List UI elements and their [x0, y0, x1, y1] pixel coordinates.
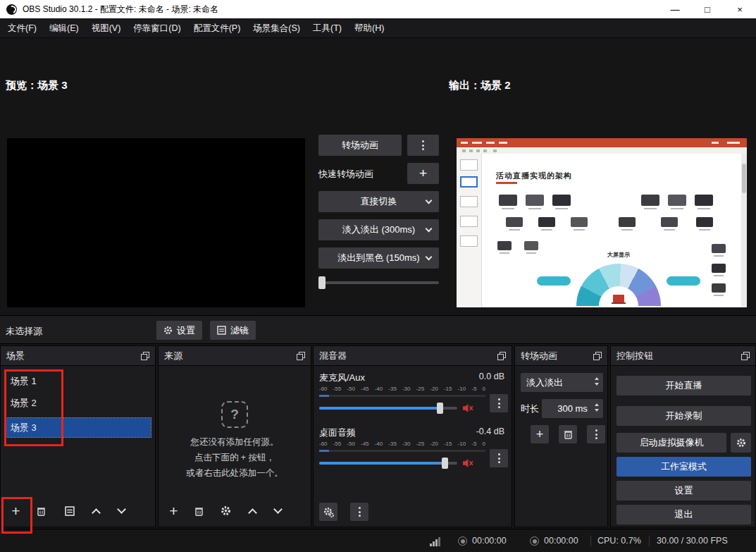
menu-item[interactable]: 文件(F)	[1, 18, 43, 38]
volume-slider[interactable]	[319, 403, 457, 414]
transition-menu-button[interactable]	[587, 425, 605, 443]
meter-tick: -15	[444, 386, 452, 392]
source-properties-button[interactable]: 设置	[156, 321, 202, 340]
minimize-button[interactable]: —	[659, 0, 691, 18]
chevron-down-icon	[117, 505, 126, 514]
move-source-up-button[interactable]	[243, 501, 262, 520]
popout-icon[interactable]	[593, 352, 602, 360]
studio-mode-button[interactable]: 工作室模式	[616, 457, 751, 477]
meter-tick: -35	[388, 386, 397, 392]
exit-button[interactable]: 退出	[616, 505, 751, 525]
settings-button[interactable]: 设置	[616, 481, 751, 501]
tbar-slider[interactable]	[318, 276, 439, 289]
advanced-audio-button[interactable]	[319, 503, 337, 521]
add-source-button[interactable]: +	[164, 501, 183, 520]
output-canvas[interactable]: 活动直播实现的架构 大屏显示	[457, 138, 747, 307]
popout-icon[interactable]	[497, 352, 506, 360]
channel-menu-button[interactable]	[490, 394, 508, 412]
meter-tick: -55	[333, 441, 342, 447]
empty-source-icon: ?	[221, 401, 248, 428]
mute-button[interactable]	[463, 458, 476, 469]
statusbar-separator	[649, 536, 650, 546]
meter-tick: -35	[388, 441, 397, 447]
transition-select-value: 淡入淡出	[526, 376, 563, 389]
maximize-button[interactable]: □	[691, 0, 724, 18]
move-scene-down-button[interactable]	[112, 501, 131, 520]
transition-select[interactable]: 淡入淡出	[521, 373, 603, 392]
transition-button[interactable]: 转场动画	[318, 135, 402, 156]
move-source-down-button[interactable]	[268, 501, 287, 520]
quick-transition-fade-to-black[interactable]: 淡出到黑色 (150ms)	[318, 247, 439, 269]
channel-level: 0.0 dB	[479, 372, 504, 381]
meter-tick: -40	[375, 386, 383, 392]
menu-item[interactable]: 场景集合(S)	[247, 18, 306, 38]
remove-transition-button[interactable]	[559, 425, 577, 443]
mixer-dock-header: 混音器	[314, 346, 512, 366]
meter-scale: -60-55-50-45-40-35-30-25-20-15-10-50	[319, 441, 485, 447]
mixer-menu-button[interactable]	[350, 503, 368, 521]
meter-tick: -30	[402, 441, 411, 447]
slide-scrollbar	[741, 154, 747, 307]
virtual-camera-settings-button[interactable]	[731, 433, 751, 453]
remove-scene-button[interactable]	[32, 501, 51, 520]
meter-tick: -25	[416, 386, 425, 392]
duration-spinbox[interactable]: 300 ms	[542, 399, 603, 418]
slide-equipment-graphic	[499, 195, 517, 206]
quick-transitions-label: 快速转场动画	[318, 168, 373, 180]
popout-icon[interactable]	[141, 352, 149, 360]
annotation-box-scene-list	[4, 369, 63, 446]
chevron-down-icon	[426, 254, 433, 261]
slide-titlebar	[457, 138, 747, 147]
mixer-toolbar	[314, 501, 512, 522]
scene-filters-button[interactable]	[60, 501, 79, 520]
sources-toolbar: +	[159, 501, 311, 522]
slide-equipment-graphic	[552, 195, 571, 206]
menu-item[interactable]: 配置文件(P)	[187, 18, 247, 38]
menu-item[interactable]: 编辑(E)	[43, 18, 85, 38]
source-properties-button[interactable]	[216, 501, 235, 520]
record-indicator-icon	[458, 536, 467, 546]
close-button[interactable]: ×	[724, 0, 756, 18]
obs-window: OBS Studio 30.1.2 - 配置文件: 未命名 - 场景: 未命名 …	[0, 0, 756, 552]
meter-tick: -30	[402, 386, 411, 392]
meter-tick: -45	[361, 441, 369, 447]
start-recording-button[interactable]: 开始录制	[616, 406, 751, 426]
menu-item[interactable]: 帮助(H)	[348, 18, 390, 38]
meter-tick: -50	[347, 441, 355, 447]
add-transition-button[interactable]: +	[531, 425, 549, 443]
statusbar-separator	[590, 536, 591, 546]
quick-transition-fade[interactable]: 淡入淡出 (300ms)	[318, 219, 439, 240]
start-virtual-camera-button[interactable]: 启动虚拟摄像机	[616, 433, 726, 453]
kebab-menu-icon	[422, 140, 424, 150]
menu-item[interactable]: 停靠窗口(D)	[127, 18, 187, 38]
muted-speaker-icon	[463, 403, 474, 413]
meter-tick: -20	[430, 386, 438, 392]
kebab-menu-icon	[498, 398, 500, 408]
quick-transition-cut[interactable]: 直接切换	[318, 191, 439, 212]
popout-icon[interactable]	[741, 352, 750, 360]
source-filters-button[interactable]: 滤镜	[210, 321, 256, 340]
gear-icon	[736, 438, 746, 448]
menu-item[interactable]: 工具(T)	[306, 18, 348, 38]
move-scene-up-button[interactable]	[87, 501, 106, 520]
transition-menu-button[interactable]	[407, 135, 439, 156]
channel-menu-button[interactable]	[490, 449, 508, 467]
mute-button[interactable]	[463, 403, 476, 414]
add-quick-transition-button[interactable]: +	[407, 163, 439, 184]
fps-indicator: 30.00 / 30.00 FPS	[657, 536, 728, 546]
slide-equipment-graphic	[619, 217, 636, 227]
remove-source-button[interactable]	[190, 501, 209, 520]
tbar-handle[interactable]	[318, 276, 326, 289]
menubar: 文件(F)编辑(E)视图(V)停靠窗口(D)配置文件(P)场景集合(S)工具(T…	[0, 18, 756, 38]
meter-tick: -45	[361, 386, 369, 392]
menu-item[interactable]: 视图(V)	[85, 18, 128, 38]
transitions-dock-title: 转场动画	[521, 350, 557, 362]
meter-tick: -25	[416, 441, 425, 447]
slide-equipment-graphic	[538, 217, 555, 227]
preview-canvas[interactable]	[7, 138, 305, 307]
popout-icon[interactable]	[297, 352, 305, 360]
cut-label: 直接切换	[361, 195, 397, 208]
start-streaming-button[interactable]: 开始直播	[616, 376, 751, 395]
annotation-box-add-scene	[1, 497, 32, 534]
volume-slider[interactable]	[319, 458, 457, 469]
